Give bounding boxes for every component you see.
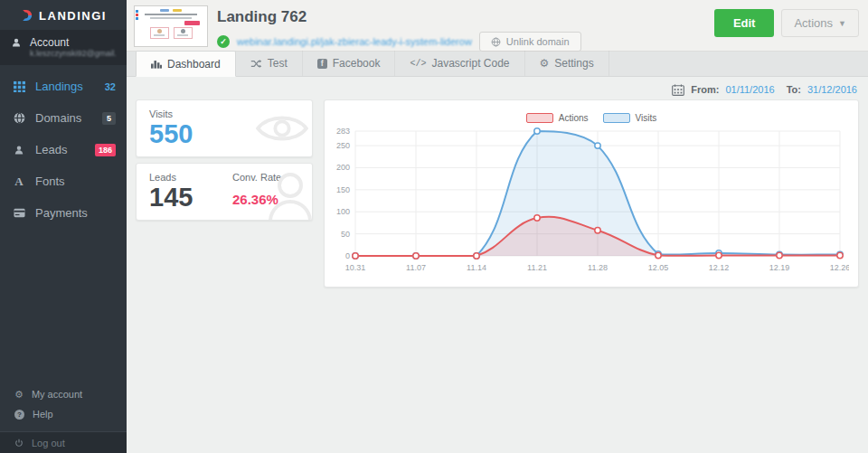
grid-icon [13, 80, 25, 92]
tab-dashboard[interactable]: Dashboard [136, 51, 236, 77]
sidebar-item-label: Payments [35, 206, 88, 220]
account-section[interactable]: Account k.leszczynski92@gmail... [0, 30, 127, 65]
tab-label: Test [268, 57, 288, 70]
credit-card-icon [13, 208, 25, 218]
check-icon: ✓ [217, 35, 230, 48]
conv-rate-label: Conv. Rate [232, 172, 281, 183]
sidebar-item-my-account[interactable]: ⚙ My account [0, 384, 127, 404]
actions-button[interactable]: Actions ▼ [781, 9, 859, 37]
tab-settings[interactable]: ⚙ Settings [525, 51, 609, 76]
person-icon [13, 145, 25, 156]
to-label: To: [787, 84, 801, 95]
tab-facebook[interactable]: f Facebook [303, 51, 396, 76]
sidebar-item-label: Landings [35, 80, 83, 93]
chart-legend: ActionsVisits [334, 100, 849, 124]
svg-text:11.28: 11.28 [588, 263, 608, 272]
account-info: Account k.leszczynski92@gmail... [30, 36, 116, 58]
from-date-value[interactable]: 01/11/2016 [725, 84, 774, 95]
visits-label: Visits [149, 109, 299, 119]
sidebar-item-label: Leads [35, 143, 67, 156]
tab-bar: Dashboard Test f Facebook </> Javascript… [127, 52, 868, 77]
sidebar-item-fonts[interactable]: A Fonts [0, 165, 127, 197]
domain-link[interactable]: webinar.landingi.pl/jak-zbierac-leady-i-… [237, 36, 472, 47]
conv-rate-column: Conv. Rate 26.36% [229, 164, 281, 220]
sidebar-item-leads[interactable]: Leads 186 [0, 134, 127, 165]
account-email: k.leszczynski92@gmail... [30, 49, 116, 58]
legend-label: Actions [559, 113, 589, 123]
footer-item-label: My account [32, 389, 82, 400]
topbar: Landing 762 ✓ webinar.landingi.pl/jak-zb… [127, 0, 868, 52]
footer-item-label: Help [33, 409, 53, 420]
app-window: LANDINGI Account k.leszczynski92@gmail..… [0, 0, 868, 453]
leads-column: Leads 145 [137, 164, 229, 220]
footer-item-label: Log out [32, 438, 65, 448]
domains-count-badge: 5 [102, 112, 116, 125]
sidebar-spacer [0, 229, 127, 384]
svg-text:11.14: 11.14 [467, 263, 486, 272]
unlink-domain-button[interactable]: Unlink domain [479, 32, 581, 52]
power-icon [14, 439, 24, 448]
svg-text:12.05: 12.05 [648, 263, 669, 272]
person-icon [11, 36, 22, 49]
visits-value: 550 [149, 119, 299, 148]
landings-count-badge: 32 [105, 81, 116, 92]
svg-text:12.19: 12.19 [769, 263, 790, 272]
sidebar-item-help[interactable]: ? Help [0, 404, 127, 424]
stats-column: Visits 550 Leads 145 Conv. Ra [136, 99, 313, 226]
sidebar-item-label: Domains [35, 111, 81, 125]
calendar-icon[interactable] [672, 84, 684, 96]
chevron-down-icon: ▼ [838, 19, 846, 28]
svg-text:0: 0 [345, 251, 350, 260]
legend-item-visits[interactable]: Visits [603, 113, 657, 123]
visits-actions-chart: 05010015020025028310.3111.0711.1411.2111… [334, 124, 849, 283]
leads-label: Leads [149, 172, 229, 183]
unlink-domain-label: Unlink domain [506, 36, 570, 47]
leads-value: 145 [149, 183, 229, 212]
title-block: Landing 762 ✓ webinar.landingi.pl/jak-zb… [217, 0, 581, 52]
tab-label: Facebook [333, 57, 381, 70]
sidebar-item-payments[interactable]: Payments [0, 197, 127, 229]
sidebar-item-domains[interactable]: Domains 5 [0, 102, 127, 134]
tab-label: Settings [554, 57, 593, 70]
tab-label: Dashboard [167, 58, 221, 71]
leads-count-badge: 186 [95, 144, 116, 156]
svg-text:283: 283 [336, 127, 350, 136]
svg-text:12.12: 12.12 [709, 263, 730, 272]
visits-card: Visits 550 [136, 99, 313, 157]
account-label: Account [30, 36, 116, 49]
sidebar-item-landings[interactable]: Landings 32 [0, 71, 127, 102]
to-date-value[interactable]: 31/12/2016 [807, 84, 857, 95]
sidebar-nav: Landings 32 Domains 5 Leads [0, 71, 127, 229]
dashboard-content: From: 01/11/2016 To: 31/12/2016 Visits 5… [127, 77, 868, 453]
page-title: Landing 762 [217, 8, 581, 26]
edit-button[interactable]: Edit [714, 9, 775, 37]
logo-wordmark: LANDINGI [39, 9, 107, 23]
shuffle-icon [250, 59, 262, 69]
svg-text:10.31: 10.31 [345, 263, 366, 272]
question-icon: ? [14, 410, 24, 420]
legend-item-actions[interactable]: Actions [526, 113, 589, 123]
globe-icon [13, 112, 25, 124]
sidebar-item-logout[interactable]: Log out [0, 431, 127, 453]
gear-icon: ⚙ [14, 390, 24, 400]
tab-test[interactable]: Test [236, 51, 303, 76]
sidebar: LANDINGI Account k.leszczynski92@gmail..… [0, 0, 127, 453]
actions-label: Actions [794, 16, 833, 30]
svg-text:12.26: 12.26 [830, 263, 849, 272]
tab-label: Javascript Code [431, 57, 509, 70]
sidebar-item-label: Fonts [35, 175, 65, 188]
main-area: Landing 762 ✓ webinar.landingi.pl/jak-zb… [127, 0, 868, 453]
from-label: From: [691, 84, 719, 95]
gear-icon: ⚙ [540, 58, 550, 69]
globe-icon [491, 37, 501, 47]
landing-thumbnail[interactable] [134, 5, 208, 47]
logo[interactable]: LANDINGI [0, 0, 127, 27]
svg-text:150: 150 [336, 185, 350, 194]
thumbnail-decor [136, 10, 138, 21]
svg-text:200: 200 [336, 163, 350, 172]
conv-rate-value: 26.36% [232, 192, 281, 207]
legend-label: Visits [636, 113, 657, 123]
svg-text:11.07: 11.07 [406, 263, 426, 272]
tab-javascript-code[interactable]: </> Javascript Code [395, 51, 524, 76]
legend-swatch [526, 113, 553, 123]
